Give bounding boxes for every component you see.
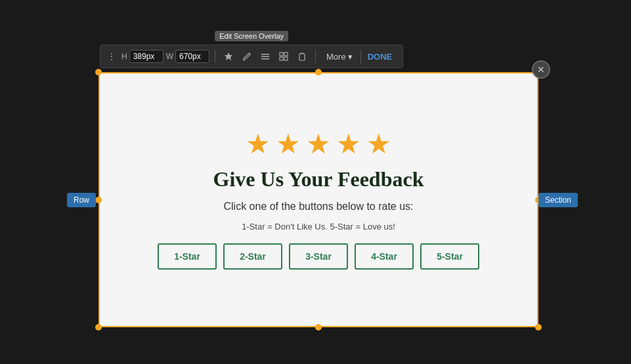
star-4: ★ [336, 131, 361, 158]
star-5: ★ [366, 131, 391, 158]
star-1-button[interactable]: 1-Star [158, 243, 217, 270]
svg-rect-1 [261, 56, 269, 58]
edit-icon-button[interactable] [239, 50, 255, 63]
more-label: More [326, 52, 346, 62]
height-field: H 389px [121, 50, 163, 63]
handle-bottom-left[interactable] [95, 324, 102, 331]
height-label: H [121, 52, 127, 61]
svg-rect-2 [261, 58, 269, 60]
clipboard-icon-button[interactable] [294, 50, 310, 63]
star-5-button[interactable]: 5-Star [420, 243, 479, 270]
width-value[interactable]: 670px [175, 50, 209, 63]
handle-top-left[interactable] [95, 69, 102, 75]
close-button[interactable]: ✕ [532, 60, 550, 79]
pencil-icon [242, 52, 251, 61]
buttons-row: 1-Star 2-Star 3-Star 4-Star 5-Star [158, 243, 479, 270]
section-label[interactable]: Section [538, 193, 578, 207]
handle-top-middle[interactable] [315, 69, 322, 75]
divider-1 [215, 50, 215, 63]
canvas-area: Row Section ✕ ★ ★ ★ ★ ★ Give Us Your Fee… [98, 72, 538, 327]
star-2: ★ [276, 131, 301, 158]
clipboard-icon [297, 52, 307, 61]
align-icon-button[interactable] [257, 50, 273, 63]
star-4-button[interactable]: 4-Star [355, 243, 414, 270]
svg-rect-7 [299, 54, 305, 60]
pin-icon [224, 52, 233, 61]
star-3-button[interactable]: 3-Star [289, 243, 348, 270]
stars-row: ★ ★ ★ ★ ★ [246, 131, 391, 158]
star-2-button[interactable]: 2-Star [223, 243, 282, 270]
star-3: ★ [306, 131, 331, 158]
grid-icon-button[interactable] [276, 50, 292, 63]
svg-rect-6 [284, 57, 288, 60]
toolbar-tooltip: Edit Screen Overlay [215, 31, 288, 41]
align-icon [261, 52, 270, 61]
height-value[interactable]: 389px [129, 50, 163, 63]
svg-rect-0 [261, 54, 269, 55]
width-label: W [166, 52, 173, 61]
row-label[interactable]: Row [67, 193, 96, 207]
svg-rect-3 [280, 52, 283, 56]
edit-toolbar[interactable]: Edit Screen Overlay ⋮ H 389px W 670px [100, 45, 403, 68]
more-button[interactable]: More ▾ [321, 50, 358, 64]
star-1: ★ [246, 131, 271, 158]
pin-icon-button[interactable] [221, 50, 236, 63]
handle-middle-left[interactable] [95, 197, 102, 203]
rating-info: 1-Star = Don't Like Us. 5-Star = Love us… [242, 222, 395, 232]
svg-rect-5 [280, 57, 283, 60]
divider-2 [315, 50, 316, 63]
done-button[interactable]: DONE [360, 50, 399, 64]
feedback-heading: Give Us Your Feedback [213, 167, 424, 192]
grid-icon [279, 52, 288, 61]
content-panel: ★ ★ ★ ★ ★ Give Us Your Feedback Click on… [98, 72, 538, 327]
svg-rect-4 [284, 52, 288, 56]
drag-handle-icon[interactable]: ⋮ [104, 51, 119, 62]
chevron-down-icon: ▾ [348, 52, 353, 62]
handle-bottom-middle[interactable] [315, 324, 322, 331]
handle-bottom-right[interactable] [535, 324, 542, 331]
feedback-subheading: Click one of the buttons below to rate u… [223, 201, 413, 212]
width-field: W 670px [166, 50, 209, 63]
